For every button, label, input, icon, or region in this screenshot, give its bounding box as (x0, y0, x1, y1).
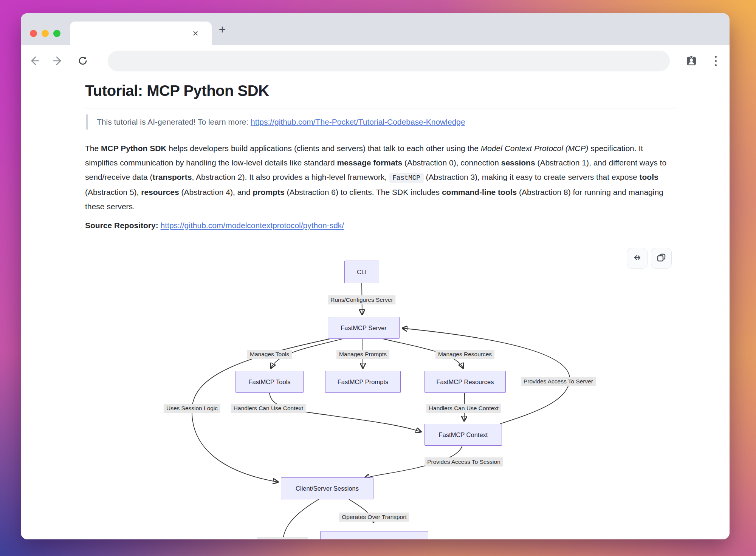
source-repository-link[interactable]: https://github.com/modelcontextprotocol/… (161, 221, 344, 230)
diagram-edge-sessions-to-offscreen-left (283, 499, 319, 538)
url-bar[interactable] (108, 51, 670, 71)
browser-toolbar (21, 45, 730, 77)
menu-kebab-button[interactable] (707, 53, 724, 69)
intro-segment: (Abstraction 3), making it easy to creat… (424, 173, 640, 181)
edge-label-uses_session: Uses Session Logic (164, 404, 220, 413)
intro-segment: MCP Python SDK (101, 144, 166, 153)
tab-close-icon[interactable]: × (189, 27, 202, 40)
intro-segment: FastMCP (389, 173, 424, 183)
minimize-window-button[interactable] (42, 30, 49, 37)
expand-width-button[interactable] (627, 248, 648, 269)
tab-strip: × + (21, 13, 730, 45)
tutorial-codebase-link[interactable]: https://github.com/The-Pocket/Tutorial-C… (251, 117, 465, 126)
intro-segment: sessions (501, 158, 535, 167)
reload-button[interactable] (74, 53, 91, 69)
intro-segment: (Abstraction 6) to clients. The SDK incl… (285, 188, 442, 196)
ai-note-text: This tutorial is AI-generated! To learn … (97, 117, 251, 126)
diagram-node-tools: FastMCP Tools (235, 371, 304, 393)
diagram-node-sessions: Client/Server Sessions (281, 477, 373, 499)
new-tab-button[interactable]: + (214, 22, 230, 37)
intro-segment: The (85, 144, 101, 153)
intro-segment: command-line tools (442, 188, 517, 196)
intro-segment: (Abstraction 4), and (179, 188, 253, 196)
page-content: Tutorial: MCP Python SDK This tutorial i… (21, 77, 730, 539)
diagram-node-cli: CLI (344, 261, 379, 283)
diagram-node-prompts: FastMCP Prompts (325, 371, 401, 393)
maximize-window-button[interactable] (53, 30, 60, 37)
forward-button[interactable] (50, 53, 66, 69)
intro-segment: transports (153, 173, 192, 181)
profile-button[interactable] (683, 53, 700, 69)
intro-segment: Model Context Protocol (MCP) (481, 144, 589, 153)
intro-segment: prompts (253, 188, 285, 196)
intro-segment: helps developers build applications (cli… (167, 144, 481, 153)
diagram-node-server: FastMCP Server (328, 317, 400, 339)
edge-label-provides_server: Provides Access To Server (521, 377, 596, 386)
title-divider (85, 108, 676, 108)
intro-segment: tools (639, 173, 658, 181)
intro-segment: , Abstraction 2). It also provides a hig… (192, 173, 389, 181)
diagram-node-resources: FastMCP Resources (424, 371, 506, 393)
edge-label-manages_tools: Manages Tools (247, 350, 292, 359)
ai-note-blockquote: This tutorial is AI-generated! To learn … (86, 114, 664, 130)
diagram-node-context: FastMCP Context (424, 424, 502, 446)
intro-paragraph: The MCP Python SDK helps developers buil… (85, 141, 677, 214)
edge-label-provides_session: Provides Access To Session (424, 457, 503, 466)
browser-window: × + Tutorial: MCP Python SDK (21, 13, 730, 539)
traffic-lights (30, 30, 60, 37)
edge-label-runs_configures: Runs/Configures Server (328, 295, 395, 304)
intro-segment: (Abstraction 0), connection (402, 158, 501, 167)
diagram-node-transport (320, 531, 428, 539)
copy-button[interactable] (651, 248, 672, 269)
browser-tab[interactable]: × (70, 22, 212, 45)
page-title: Tutorial: MCP Python SDK (85, 82, 269, 99)
intro-segment: message formats (337, 158, 403, 167)
source-repository-label: Source Repository: (85, 221, 158, 230)
copy-icon (656, 252, 667, 264)
edge-label-manages_resources: Manages Resources (435, 350, 494, 359)
edge-label-manages_prompts: Manages Prompts (336, 350, 389, 359)
edge-label-clipped_label (257, 537, 308, 539)
back-button[interactable] (26, 53, 43, 69)
intro-segment: (Abstraction 5), (85, 188, 141, 196)
horizontal-arrows-icon (632, 252, 643, 265)
edge-label-handlers_left: Handlers Can Use Context (231, 404, 306, 413)
source-repository-line: Source Repository: https://github.com/mo… (85, 221, 344, 230)
intro-segment: resources (141, 188, 179, 196)
edge-label-handlers_right: Handlers Can Use Context (426, 404, 501, 413)
edge-label-operates_transport: Operates Over Transport (339, 513, 409, 522)
close-window-button[interactable] (30, 30, 37, 37)
